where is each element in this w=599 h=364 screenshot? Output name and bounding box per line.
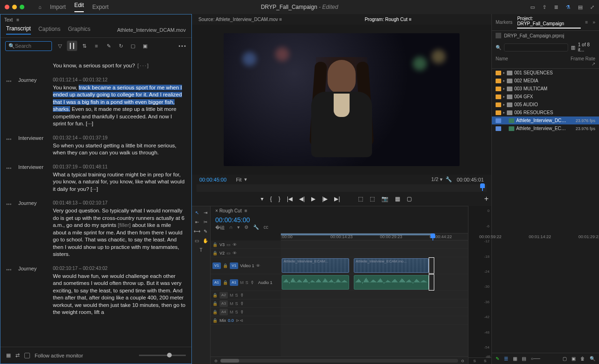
pen-color-icon[interactable]: ✎: [496, 356, 499, 361]
footer-icon-1[interactable]: ▦: [6, 352, 11, 358]
source-monitor-tab[interactable]: Source: Athlete_Interview_DCAM.mov ≡: [195, 16, 286, 23]
lock-icon[interactable]: 🔒: [212, 251, 218, 255]
entry-menu-icon[interactable]: •••: [6, 164, 14, 193]
zoom-fit-dropdown[interactable]: Fit ▾: [236, 176, 247, 182]
play-button[interactable]: ▶: [311, 196, 315, 202]
zoom-slider-icon[interactable]: ○──: [531, 356, 540, 361]
wrench-icon[interactable]: 🔧: [253, 225, 259, 231]
go-to-out-icon[interactable]: ▶|: [334, 196, 340, 202]
transcript-list[interactable]: You know, a serious sport for you? [···]…: [0, 54, 191, 347]
sequence-tab[interactable]: × Rough Cut: [215, 208, 241, 213]
edit-icon[interactable]: ✎: [103, 41, 114, 51]
project-search-input[interactable]: [504, 44, 568, 51]
marker-icon[interactable]: ▾: [237, 225, 240, 231]
search-icon[interactable]: 🔍: [496, 45, 501, 50]
rectangle-tool-icon[interactable]: ▭: [194, 237, 200, 244]
trash-icon[interactable]: 🗑: [580, 356, 585, 361]
type-tool-icon[interactable]: T: [198, 247, 205, 253]
playhead-icon[interactable]: [480, 183, 485, 188]
follow-monitor-checkbox[interactable]: [24, 353, 30, 358]
lock-icon[interactable]: 🔒: [212, 310, 218, 314]
project-bin-list[interactable]: ▸001 SEQUENCES ▸002 MEDIA ▸003 MULTICAM …: [492, 69, 599, 353]
disclosure-icon[interactable]: ▸: [503, 79, 505, 83]
entry-menu-icon[interactable]: •••: [6, 135, 14, 157]
mute-button[interactable]: M: [230, 301, 234, 306]
eye-icon[interactable]: 👁: [256, 263, 260, 268]
hand-tool-icon[interactable]: ✋: [202, 237, 209, 244]
bin-folder[interactable]: ▸002 MEDIA: [492, 77, 599, 85]
panel-menu-icon[interactable]: ≡: [409, 17, 412, 22]
eye-icon[interactable]: 👁: [233, 251, 237, 255]
resolution-dropdown[interactable]: 1/2 ▾: [431, 176, 443, 182]
disclosure-icon[interactable]: ▸: [503, 95, 505, 99]
pen-tool-icon[interactable]: ✎: [202, 228, 209, 234]
filter-icon[interactable]: ▽: [55, 41, 65, 51]
step-forward-icon[interactable]: |▶: [322, 196, 328, 202]
home-icon[interactable]: ⌂: [38, 4, 42, 10]
track-target-a3[interactable]: A3: [219, 300, 228, 307]
panel-menu-icon[interactable]: ≡: [16, 17, 19, 22]
work-area-bar[interactable]: [281, 233, 434, 235]
entry-menu-icon[interactable]: •••: [6, 266, 14, 316]
share-icon[interactable]: ⇪: [542, 4, 547, 10]
entry-text[interactable]: You know, a serious sport for you? [···]: [53, 62, 186, 70]
entry-text[interactable]: We would have fun, we would challenge ea…: [53, 273, 186, 316]
linked-selection-icon[interactable]: ∩: [229, 225, 233, 231]
subtab-captions[interactable]: Captions: [38, 26, 60, 34]
bin-folder[interactable]: ▸001 SEQUENCES: [492, 69, 599, 77]
column-framerate[interactable]: Frame Rate ↗: [567, 56, 595, 66]
out-point-icon[interactable]: }: [278, 196, 280, 202]
disclosure-icon[interactable]: ▸: [503, 71, 505, 75]
export-frame-icon[interactable]: 📷: [381, 196, 388, 202]
mute-button[interactable]: M: [230, 310, 234, 314]
align-icon[interactable]: ≡: [91, 41, 102, 51]
program-scrubber[interactable]: [197, 184, 487, 192]
lift-icon[interactable]: ⬚: [358, 196, 363, 202]
record-icon[interactable]: 🎙: [240, 310, 244, 314]
bin-folder[interactable]: ▸004 GFX: [492, 93, 599, 101]
toggle-output-icon[interactable]: ▭: [226, 251, 231, 255]
tab-project[interactable]: Project: DRYP_Fall_Campaign: [517, 16, 580, 29]
video-clip[interactable]: Athlete_Interview_ECAM...: [282, 258, 349, 273]
lock-icon[interactable]: 🔒: [212, 318, 218, 323]
transcript-zoom-slider[interactable]: [139, 355, 186, 356]
zoom-out-icon[interactable]: ○: [214, 358, 218, 364]
window-minimize-button[interactable]: [12, 5, 17, 9]
new-item-icon[interactable]: ▣: [571, 356, 576, 361]
timeline-ruler[interactable]: :00:00 00:00:14:23 00:00:29:23 00:00:44:…: [281, 233, 468, 240]
new-bin-icon[interactable]: ▢: [562, 356, 567, 361]
marker-icon[interactable]: ▾: [261, 196, 263, 202]
lock-icon[interactable]: 🔒: [223, 280, 228, 285]
mute-button[interactable]: M: [240, 280, 244, 285]
program-monitor-viewer[interactable]: [192, 25, 491, 175]
record-icon[interactable]: 🎙: [250, 280, 255, 285]
panel-menu-icon[interactable]: ≡: [585, 20, 588, 25]
footer-icon-2[interactable]: ⇄: [15, 352, 20, 358]
pause-filter-icon[interactable]: ┃┃: [67, 41, 77, 51]
entry-text[interactable]: So when you started getting a little bit…: [53, 142, 186, 157]
playhead-icon[interactable]: [431, 233, 435, 238]
subtab-transcript[interactable]: Transcript: [6, 25, 31, 35]
source-patch-a1[interactable]: A1: [212, 279, 221, 286]
panel-overflow-icon[interactable]: »: [592, 20, 595, 25]
eye-icon[interactable]: 👁: [233, 242, 237, 247]
zoom-in-icon[interactable]: ○: [461, 358, 464, 364]
track-target-a1[interactable]: A1: [230, 279, 238, 286]
record-icon[interactable]: 🎙: [240, 293, 244, 298]
tab-export[interactable]: Export: [92, 4, 109, 10]
safe-margins-icon[interactable]: ▢: [407, 196, 412, 202]
in-point-icon[interactable]: {: [270, 196, 272, 202]
bin-clip[interactable]: Athlete_Interview_DCAM.m23.976 fps: [492, 116, 599, 124]
bin-icon[interactable]: ▥: [571, 45, 575, 50]
panel-menu-icon[interactable]: ≡: [244, 208, 247, 213]
settings-icon[interactable]: ⚙: [244, 225, 248, 231]
beaker-icon[interactable]: ⚗: [566, 4, 570, 10]
button-editor-icon[interactable]: +: [484, 195, 489, 203]
cc-icon[interactable]: ▢: [128, 41, 138, 51]
comparison-icon[interactable]: ▦: [395, 196, 400, 202]
mute-button[interactable]: M: [230, 293, 234, 298]
audio-clip[interactable]: [282, 275, 349, 290]
program-timecode-left[interactable]: 00:00:45:00: [199, 177, 226, 182]
entry-menu-icon[interactable]: •••: [6, 200, 14, 258]
lock-icon[interactable]: 🔒: [223, 263, 228, 268]
